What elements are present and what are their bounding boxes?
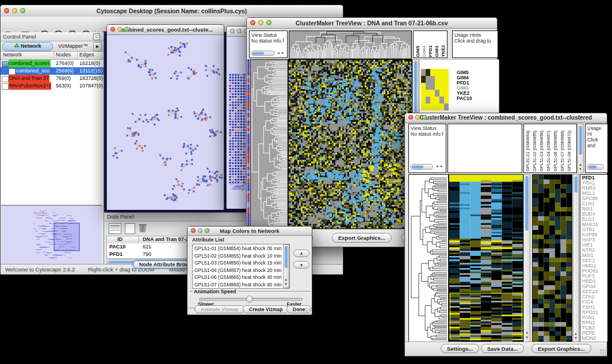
animation-speed-slider[interactable] (199, 296, 301, 301)
tab-vizmapper[interactable]: VizMapper™ (53, 42, 93, 50)
minimize-button[interactable] (415, 115, 420, 120)
settings-button[interactable]: Settings... (441, 344, 479, 353)
zoom-button[interactable] (20, 8, 25, 13)
heatmap-vscrollbar[interactable]: ▲ ▼ (523, 174, 530, 342)
slider-thumb[interactable] (246, 296, 253, 302)
view-status-hscrollbar[interactable] (251, 51, 275, 56)
gene-list-vscrollbar[interactable]: ▲ ▼ (573, 174, 579, 342)
tabs-overflow-arrow-icon[interactable]: ▶ (93, 42, 102, 51)
attribute-item[interactable]: GPL51-02 (GSM855) heat shock 10 min (194, 252, 282, 260)
attribute-item[interactable]: GPL51-01 (GSM854) heat shock 05 min (194, 245, 282, 252)
column-label[interactable]: YKE2 (441, 43, 446, 57)
select-attributes-icon[interactable] (109, 223, 121, 234)
column-label[interactable]: GPL51-08 (GSM872) (567, 131, 572, 171)
column-label[interactable]: GPL51-01 (GSM854) (525, 131, 531, 171)
zoom-button[interactable] (266, 20, 271, 25)
network-view-canvas[interactable] (107, 35, 224, 210)
tab-network[interactable]: ⁂ Network (2, 42, 53, 51)
column-label[interactable]: GPL51-04 (GSM857) (546, 131, 552, 171)
zoom-button[interactable] (124, 27, 129, 32)
gene-label[interactable]: MON2 (582, 336, 598, 341)
export-graphics-button[interactable]: Export Graphics... (332, 233, 392, 243)
view-status-panel: View Status No status info f ◄ ► (408, 124, 446, 173)
close-button[interactable] (191, 228, 196, 233)
row-label[interactable]: PAC10 (457, 96, 472, 101)
network-row[interactable]: DNA and Tran 07769(0)183728(0) (1, 75, 104, 82)
create-vizmap-button[interactable]: Create Vizmap (243, 305, 289, 313)
attribute-item[interactable]: GPL51-06 (GSM865) heat shock 40 min (194, 274, 282, 281)
column-label[interactable]: GIM3 (434, 43, 440, 57)
column-label[interactable]: GPL51-03 (GSM856) (539, 131, 545, 171)
save-data-button[interactable]: Save Data... (481, 344, 524, 353)
scroll-down-icon[interactable]: ▼ (525, 336, 529, 340)
new-attribute-icon[interactable] (125, 223, 135, 234)
global-matrix[interactable] (421, 69, 449, 110)
column-label[interactable]: GPL51-06 (GSM865) (553, 131, 559, 171)
column-label[interactable]: GPL51-02 (GSM855) (532, 131, 538, 171)
main-title-bar[interactable]: Cytoscape Desktop (Session Name: collins… (1, 5, 343, 17)
network-row[interactable]: RNAPuberNov2+I563(0)107847(0) (1, 82, 104, 90)
usage-hints-hscrollbar[interactable] (587, 164, 604, 170)
view-status-hscrollbar[interactable] (410, 164, 433, 170)
data-panel-title: Data Panel (107, 213, 134, 220)
column-label-panel: GIM5GIM4PFD1GIM3YKE2PAC10 (413, 30, 447, 58)
scroll-left-icon[interactable]: ◄ (277, 51, 280, 55)
zoom-button[interactable] (205, 228, 209, 233)
scroll-up-icon[interactable]: ▲ (579, 163, 582, 167)
minimize-button[interactable] (12, 8, 17, 13)
close-button[interactable] (110, 27, 115, 32)
scroll-down-icon[interactable]: ▼ (574, 336, 577, 340)
column-label[interactable]: PFD1 (428, 43, 434, 57)
column-dendrogram-area[interactable] (447, 124, 522, 173)
minimize-button[interactable] (117, 27, 122, 32)
scroll-up-icon[interactable]: ▲ (574, 332, 577, 336)
row-dendrogram[interactable] (250, 59, 288, 229)
minimize-button[interactable] (258, 20, 263, 25)
float-panel-icon[interactable]: ◱ (93, 33, 100, 40)
cell-value: 621 (143, 243, 151, 251)
attribute-item[interactable]: GPL51-07 (GSM868) heat shock 60 min (194, 281, 282, 289)
matrix-cell (444, 90, 449, 97)
control-panel-tabs: ⁂ Network VizMapper™ ▶ (1, 41, 104, 52)
matrix-cell (430, 104, 435, 110)
file-icon (2, 83, 9, 90)
zoom-button[interactable] (422, 115, 427, 120)
delete-attribute-trash-icon[interactable] (139, 223, 147, 233)
move-down-button[interactable]: ∨ (293, 261, 309, 269)
column-label-vscrollbar[interactable]: ▲ ▼ (577, 124, 584, 173)
network-tab-icon: ⁂ (14, 43, 19, 49)
scroll-left-icon[interactable]: ◄ (435, 164, 439, 168)
scroll-up-icon[interactable]: ▲ (525, 331, 529, 335)
attribute-item[interactable]: GPL51-03 (GSM856) heat shock 15 min (194, 259, 282, 267)
minimize-button[interactable] (198, 228, 202, 233)
column-label[interactable]: GIM5 (415, 43, 421, 57)
animate-vizmap-button[interactable]: Animate Vizmap (194, 305, 245, 313)
column-label[interactable]: GIM4 (422, 43, 427, 57)
close-button[interactable] (4, 8, 9, 13)
scroll-right-icon[interactable]: ► (440, 164, 443, 168)
column-label[interactable]: GPL51-07 (GSM868) (560, 131, 565, 171)
minimize-button[interactable] (237, 29, 242, 33)
move-up-button[interactable]: ∧ (293, 250, 309, 257)
attribute-list-vscrollbar[interactable]: ▲ ▼ (283, 244, 289, 288)
network-overview-birdseye[interactable] (1, 205, 102, 266)
scroll-down-icon[interactable]: ▼ (579, 167, 582, 171)
scroll-down-icon[interactable]: ▼ (284, 282, 288, 286)
close-button[interactable] (408, 115, 413, 120)
folder-icon (2, 61, 9, 67)
network-row[interactable]: combined_scores2764(0)16218(0) (1, 60, 104, 67)
row-dendrogram[interactable] (408, 174, 449, 343)
matrix-cell (444, 76, 449, 83)
scroll-right-icon[interactable]: ► (281, 51, 285, 55)
global-heatmap-canvas[interactable] (532, 174, 572, 343)
column-dendrogram[interactable] (289, 30, 412, 59)
heatmap-canvas[interactable] (288, 59, 412, 229)
scroll-up-icon[interactable]: ▲ (284, 278, 288, 282)
attribute-item[interactable]: GPL51-04 (GSM857) heat shock 20 min (194, 267, 282, 274)
close-button[interactable] (250, 20, 255, 25)
close-button[interactable] (230, 29, 235, 33)
export-graphics-button[interactable]: Export Graphics... (531, 344, 591, 353)
network-row[interactable]: combined_sco2569(6)13112(15) (1, 67, 104, 75)
heatmap-canvas[interactable] (449, 174, 523, 343)
column-label[interactable]: PAC10 (447, 43, 447, 57)
